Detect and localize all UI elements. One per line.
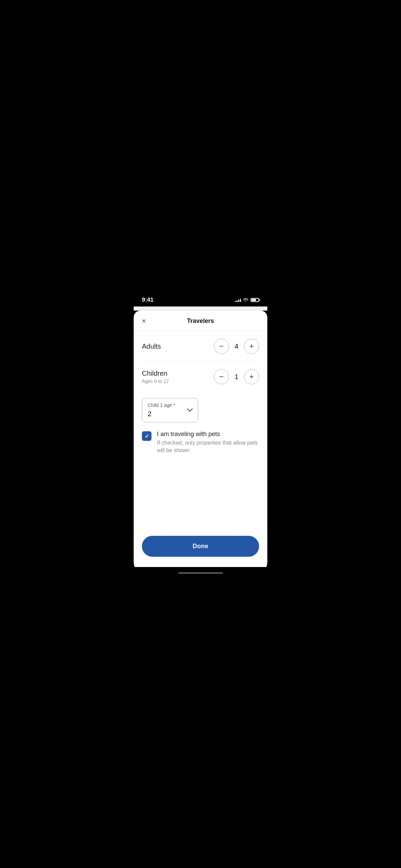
adults-decrement-button[interactable]: − [214, 339, 229, 354]
children-stepper: − 1 + [214, 369, 259, 384]
adults-info: Adults [142, 342, 214, 350]
chevron-down-icon [187, 407, 193, 413]
children-sublabel: Ages 0 to 17 [142, 378, 214, 384]
adults-increment-button[interactable]: + [244, 339, 259, 354]
home-indicator [134, 567, 267, 579]
battery-icon [251, 298, 259, 302]
adults-stepper: − 4 + [214, 339, 259, 354]
modal-sheet: × Travelers Adults − 4 + [134, 311, 267, 567]
pets-text: I am traveling with pets If checked, onl… [157, 431, 259, 455]
child-age-section: Child 1 age * 2 [142, 391, 259, 422]
done-button[interactable]: Done [142, 536, 259, 557]
modal-footer: Done [134, 530, 267, 567]
status-icons [235, 297, 259, 303]
pets-main-text: I am traveling with pets [157, 431, 259, 438]
home-bar [178, 572, 223, 574]
adults-value: 4 [233, 342, 240, 350]
child-age-value: 2 [148, 410, 192, 418]
child-age-dropdown[interactable]: Child 1 age * 2 [142, 398, 198, 422]
pets-checkbox[interactable]: ✓ [142, 431, 151, 441]
pets-section: ✓ I am traveling with pets If checked, o… [142, 422, 259, 461]
wifi-icon [243, 297, 248, 303]
children-info: Children Ages 0 to 17 [142, 370, 214, 384]
children-decrement-button[interactable]: − [214, 369, 229, 384]
pets-checkbox-container[interactable]: ✓ [142, 431, 151, 441]
pets-sub-text: If checked, only properties that allow p… [157, 439, 259, 455]
checkmark-icon: ✓ [145, 433, 149, 439]
required-star: * [173, 402, 175, 408]
status-time: 9:41 [142, 297, 154, 303]
modal-content: Adults − 4 + Children Ages 0 to 17 [134, 330, 267, 530]
adults-row: Adults − 4 + [142, 330, 259, 361]
children-value: 1 [233, 373, 240, 381]
close-button[interactable]: × [141, 316, 147, 326]
signal-icon [235, 298, 241, 302]
sheet-handle-area [134, 306, 267, 311]
adults-label: Adults [142, 342, 214, 350]
children-increment-button[interactable]: + [244, 369, 259, 384]
children-label: Children [142, 370, 214, 377]
children-row: Children Ages 0 to 17 − 1 + [142, 361, 259, 391]
child-age-label: Child 1 age * [148, 402, 192, 408]
modal-header: × Travelers [134, 311, 267, 330]
modal-title: Travelers [187, 317, 214, 325]
